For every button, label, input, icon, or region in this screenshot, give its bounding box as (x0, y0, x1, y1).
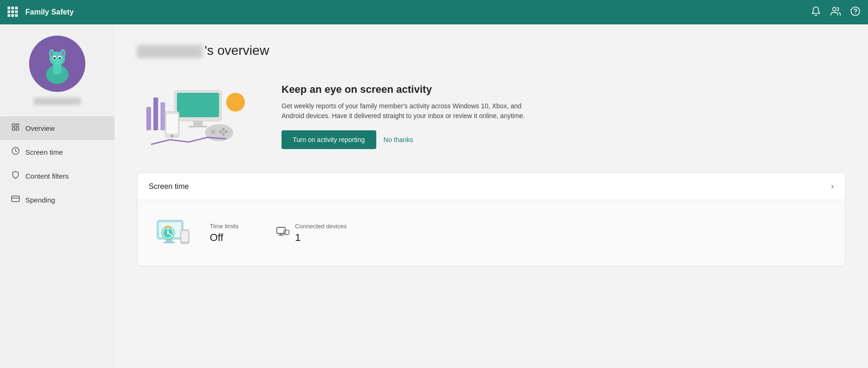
connected-devices-icon (276, 227, 289, 239)
screen-time-section-card: Screen time › (137, 173, 845, 266)
svg-rect-58 (278, 235, 284, 236)
svg-rect-45 (163, 242, 175, 243)
layout: Overview Screen time Content filters (0, 24, 868, 368)
svg-rect-29 (177, 93, 219, 117)
svg-point-17 (58, 61, 59, 63)
main-content: 's overview (114, 24, 868, 368)
svg-point-36 (211, 129, 215, 134)
svg-point-16 (55, 61, 57, 63)
sidebar-item-overview-label: Overview (25, 124, 55, 132)
sidebar-item-content-filters[interactable]: Content filters (0, 164, 114, 188)
grid-icon[interactable] (8, 7, 19, 18)
svg-rect-60 (285, 234, 288, 235)
activity-card: Keep an eye on screen activity Get weekl… (137, 75, 845, 158)
chevron-right-icon: › (831, 181, 834, 191)
svg-point-10 (61, 51, 64, 56)
svg-rect-21 (12, 128, 15, 130)
help-icon[interactable] (850, 6, 860, 19)
time-limits-label: Time limits (210, 223, 239, 230)
sidebar-item-spending-label: Spending (25, 196, 55, 204)
svg-rect-47 (182, 231, 188, 241)
svg-rect-33 (167, 114, 178, 134)
avatar-image (31, 38, 83, 90)
screen-time-section-header[interactable]: Screen time › (137, 173, 845, 200)
svg-point-54 (165, 226, 167, 228)
spending-icon (11, 195, 20, 205)
svg-rect-23 (12, 196, 20, 202)
sidebar: Overview Screen time Content filters (0, 24, 114, 368)
svg-rect-26 (153, 98, 158, 130)
connected-devices-info: Connected devices 1 (295, 223, 347, 244)
activity-illustration (137, 79, 259, 154)
connected-devices-value: 1 (295, 232, 347, 244)
svg-point-14 (59, 57, 61, 60)
svg-rect-31 (189, 126, 207, 128)
svg-point-53 (167, 232, 169, 234)
svg-rect-44 (166, 239, 173, 242)
svg-rect-18 (12, 124, 15, 126)
overview-icon (11, 123, 20, 134)
svg-point-41 (226, 93, 245, 112)
turn-on-activity-button[interactable]: Turn on activity reporting (282, 130, 376, 149)
svg-point-39 (222, 133, 225, 135)
activity-heading: Keep an eye on screen activity (282, 83, 845, 96)
topbar-actions (811, 6, 860, 19)
content-filters-icon (11, 171, 20, 181)
activity-buttons: Turn on activity reporting No thanks (282, 130, 845, 149)
svg-point-15 (54, 60, 61, 64)
username-blurred (137, 45, 203, 58)
time-limits-value: Off (210, 232, 239, 244)
app-title: Family Safety (25, 8, 74, 16)
time-limits-group: Time limits Off (210, 223, 239, 244)
svg-rect-20 (16, 128, 19, 130)
svg-point-34 (171, 135, 174, 137)
sidebar-item-spending[interactable]: Spending (0, 188, 114, 212)
sidebar-item-screen-time[interactable]: Screen time (0, 140, 114, 164)
svg-rect-30 (193, 121, 203, 126)
svg-rect-19 (16, 124, 19, 126)
topbar: Family Safety (0, 0, 868, 24)
svg-point-37 (222, 128, 225, 131)
connected-devices-group: Connected devices 1 (276, 223, 347, 244)
activity-text: Keep an eye on screen activity Get weekl… (282, 83, 845, 149)
connected-devices-label: Connected devices (295, 223, 347, 230)
screen-time-section-title: Screen time (149, 182, 189, 191)
svg-rect-27 (160, 102, 165, 130)
no-thanks-button[interactable]: No thanks (384, 136, 413, 143)
svg-rect-25 (146, 107, 151, 130)
screen-time-icon (11, 147, 20, 158)
activity-description: Get weekly reports of your family member… (282, 101, 544, 121)
people-icon[interactable] (830, 6, 841, 19)
svg-point-55 (169, 226, 171, 228)
avatar (29, 36, 85, 92)
sidebar-nav: Overview Screen time Content filters (0, 116, 114, 212)
sidebar-item-content-filters-label: Content filters (25, 172, 69, 180)
svg-point-40 (219, 130, 222, 133)
screen-time-section-content: Time limits Off Connected (137, 200, 845, 266)
screen-time-illustration (152, 213, 195, 253)
svg-point-9 (50, 51, 53, 56)
sidebar-item-overview[interactable]: Overview (0, 116, 114, 140)
svg-point-0 (833, 7, 836, 10)
notification-icon[interactable] (811, 6, 821, 19)
svg-rect-57 (280, 233, 282, 235)
sidebar-item-screen-time-label: Screen time (25, 148, 63, 156)
svg-point-38 (225, 130, 228, 133)
svg-point-13 (53, 57, 56, 60)
username-display (34, 98, 81, 105)
devices-svg (137, 79, 259, 154)
page-title: 's overview (137, 43, 845, 58)
